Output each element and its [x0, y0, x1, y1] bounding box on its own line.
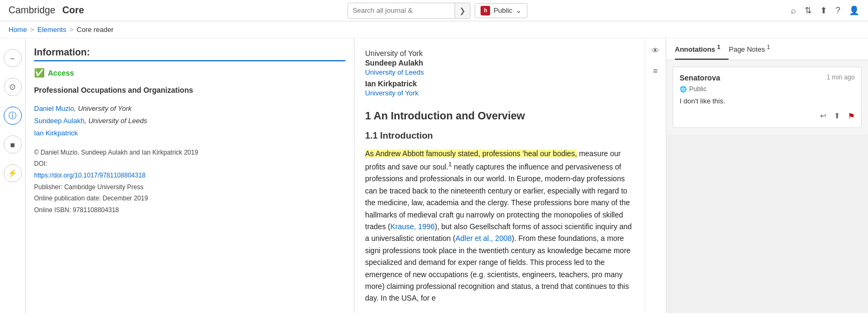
- help-icon[interactable]: ?: [836, 6, 840, 15]
- meta-section: © Daniel Muzio, Sundeep Aulakh and Ian K…: [34, 147, 345, 216]
- isbn-value: 9781108804318: [73, 206, 119, 214]
- doi-url-row: https://doi.org/10.1017/9781108804318: [34, 170, 345, 182]
- sidebar-title: Information:: [34, 47, 345, 61]
- breadcrumb-elements[interactable]: Elements: [37, 26, 66, 34]
- annotation-card-header: Senatorova 1 min ago: [680, 74, 855, 82]
- logo-core: Core: [62, 5, 84, 16]
- info-icon-btn[interactable]: ⓘ: [4, 107, 22, 125]
- author-link-aulakh[interactable]: Sundeep Aulakh: [34, 117, 85, 125]
- logo-cambridge: Cambridge: [9, 5, 55, 16]
- doi-row: DOI:: [34, 158, 345, 170]
- search-input[interactable]: [348, 6, 454, 14]
- author-affil-muzio: , University of York: [74, 104, 131, 112]
- hypothesis-icon: h: [481, 6, 490, 15]
- annotations-tab-label: Annotations: [675, 45, 715, 53]
- public-chevron-icon: ⌄: [516, 6, 522, 14]
- annotations-panel: Annotations 1 Page Notes 1 Senatorova 1 …: [666, 38, 868, 313]
- info-icon: ⓘ: [9, 111, 16, 121]
- breadcrumb-home[interactable]: Home: [9, 26, 27, 34]
- header-icons: ⌕ ⇅ ⬆ ? 👤: [791, 5, 859, 15]
- list-item: Daniel Muzio, University of York: [34, 102, 345, 115]
- flag-button[interactable]: ⚑: [848, 111, 855, 121]
- annotations-count: 1: [717, 44, 720, 50]
- logo: Cambridge Core: [9, 5, 84, 16]
- author-line-ian: Ian Kirkpatrick: [365, 79, 634, 88]
- navigate-down-icon[interactable]: ⇅: [805, 5, 812, 15]
- content-area: University of York Sundeep Aulakh Univer…: [354, 38, 666, 313]
- user-icon[interactable]: 👤: [849, 5, 859, 15]
- globe-icon: 🌐: [680, 86, 687, 93]
- book-title: Professional Occupations and Organizatio…: [34, 85, 345, 96]
- content-paragraph-1: As Andrew Abbott famously stated, profes…: [365, 148, 634, 304]
- author-link-muzio[interactable]: Daniel Muzio: [34, 104, 74, 112]
- section-1-heading: 1 An Introduction and Overview: [365, 110, 634, 122]
- isbn-label: Online ISBN:: [34, 206, 71, 214]
- access-check-icon: ✅: [34, 68, 45, 78]
- header-search-area: ❯ h Public ⌄: [348, 3, 527, 19]
- breadcrumb-sep2: >: [69, 26, 73, 34]
- author-line-york-bottom: University of York: [365, 89, 634, 97]
- reply-button[interactable]: ↩: [820, 111, 826, 121]
- annotation-visibility-row: 🌐 Public: [680, 85, 855, 93]
- annotation-actions: ↩ ⬆ ⚑: [680, 111, 855, 121]
- copyright-text: © Daniel Muzio, Sundeep Aulakh and Ian K…: [34, 147, 345, 159]
- search-chevron-icon[interactable]: ❯: [454, 3, 470, 18]
- annotation-time: 1 min ago: [826, 74, 855, 81]
- access-row: ✅ Access: [34, 68, 345, 78]
- tab-annotations[interactable]: Annotations 1: [675, 38, 729, 60]
- annotations-rest-area: [666, 134, 868, 313]
- access-label: Access: [48, 69, 74, 77]
- navigation-icon-btn[interactable]: ⊙: [4, 78, 22, 96]
- section-11-heading: 1.1 Introduction: [365, 131, 634, 141]
- minus-icon: −: [10, 54, 15, 63]
- sidebar-icons-column: − ⊙ ⓘ ■ ⚡: [0, 38, 26, 313]
- bar-chart-icon: ■: [10, 140, 15, 149]
- paragraph-rest: measure our profits and save our soul.1 …: [365, 149, 632, 302]
- search-icon[interactable]: ⌕: [791, 6, 796, 15]
- collapse-button[interactable]: −: [4, 49, 22, 67]
- lightning-icon-btn[interactable]: ⚡: [4, 164, 22, 182]
- doi-label: DOI:: [34, 160, 47, 167]
- highlighted-text: As Andrew Abbott famously stated, profes…: [365, 149, 577, 158]
- author-affil-aulakh: , University of Leeds: [85, 117, 147, 125]
- doi-link[interactable]: https://doi.org/10.1017/9781108804318: [34, 172, 146, 179]
- annotation-content: I don't like this.: [680, 97, 855, 105]
- pub-date-row: Online publication date: December 2019: [34, 193, 345, 205]
- breadcrumb-current: Core reader: [77, 26, 113, 34]
- annotations-tabs: Annotations 1 Page Notes 1: [666, 38, 868, 60]
- lightning-icon: ⚡: [7, 168, 18, 178]
- publisher-row: Publisher: Cambridge University Press: [34, 182, 345, 193]
- share-annotation-button[interactable]: ⬆: [834, 111, 840, 121]
- search-box[interactable]: ❯: [348, 3, 470, 19]
- annotation-visibility: Public: [689, 85, 707, 93]
- authors-list: Daniel Muzio, University of York Sundeep…: [34, 102, 345, 140]
- krause-link[interactable]: Krause, 1996: [390, 222, 434, 231]
- author-line-leeds: University of Leeds: [365, 68, 634, 76]
- share-icon[interactable]: ⬆: [820, 5, 827, 15]
- page-notes-tab-label: Page Notes: [729, 45, 765, 53]
- compass-icon: ⊙: [9, 82, 16, 92]
- public-label: Public: [493, 6, 512, 14]
- main-layout: − ⊙ ⓘ ■ ⚡ Information: ✅ Access Professi…: [0, 38, 868, 313]
- eye-icon-btn[interactable]: 👁: [648, 43, 663, 58]
- content-scroll: University of York Sundeep Aulakh Univer…: [354, 38, 666, 313]
- author-line-sundeep: Sundeep Aulakh: [365, 59, 634, 67]
- header: Cambridge Core ❯ h Public ⌄ ⌕ ⇅ ⬆ ? 👤: [0, 0, 868, 21]
- breadcrumb: Home > Elements > Core reader: [0, 21, 868, 38]
- annotation-username: Senatorova: [680, 74, 720, 82]
- sidebar-content: Information: ✅ Access Professional Occup…: [26, 38, 354, 313]
- list-item: Ian Kirkpatrick: [34, 127, 345, 139]
- public-button[interactable]: h Public ⌄: [475, 3, 527, 18]
- breadcrumb-sep1: >: [30, 26, 35, 34]
- annotation-card: Senatorova 1 min ago 🌐 Public I don't li…: [673, 67, 862, 128]
- isbn-row: Online ISBN: 9781108804318: [34, 205, 345, 216]
- list-item: Sundeep Aulakh, University of Leeds: [34, 115, 345, 127]
- author-link-kirkpatrick[interactable]: Ian Kirkpatrick: [34, 129, 78, 137]
- page-notes-count: 1: [767, 44, 770, 50]
- list-icon-btn[interactable]: ≡: [648, 63, 663, 78]
- reader-toolbar: 👁 ≡: [644, 38, 666, 313]
- chart-icon-btn[interactable]: ■: [4, 135, 22, 154]
- author-line-univ-york-top: University of York: [365, 49, 634, 58]
- adler-link[interactable]: Adler et al., 2008: [456, 234, 512, 243]
- tab-page-notes[interactable]: Page Notes 1: [729, 38, 779, 60]
